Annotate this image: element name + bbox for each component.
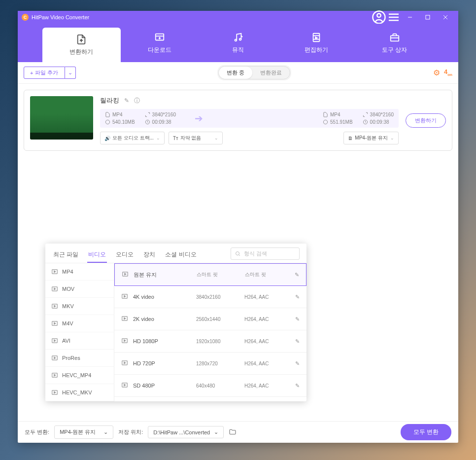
preset-item[interactable]: HD 720P1280x720H264, AAC✎ xyxy=(114,353,306,375)
resolution-icon xyxy=(145,112,150,117)
speed-toggle-icon[interactable]: 4on xyxy=(444,68,452,77)
app-logo-icon: C xyxy=(22,14,29,21)
preset-resolution: 2560x1440 xyxy=(196,317,240,322)
file-icon: 🗎 xyxy=(348,136,353,141)
ptab-device[interactable]: 장치 xyxy=(142,248,156,263)
preset-list[interactable]: 원본 유지스마트 핏스마트 핏✎4K video3840x2160H264, A… xyxy=(114,263,306,401)
save-location-label: 저장 위치: xyxy=(118,428,143,436)
ptab-audio[interactable]: 오디오 xyxy=(115,248,135,263)
svg-rect-16 xyxy=(390,35,399,41)
preset-edit-icon[interactable]: ✎ xyxy=(295,316,300,322)
svg-point-11 xyxy=(235,39,237,41)
preset-item[interactable]: 2K video2560x1440H264, AAC✎ xyxy=(114,308,306,330)
tab-toolbox[interactable]: 도구 상자 xyxy=(355,24,434,62)
format-item-hevc_mp4[interactable]: HEVC_MP4 xyxy=(45,367,114,384)
video-icon xyxy=(121,293,129,301)
video-icon xyxy=(121,337,129,345)
preset-resolution: 3840x2160 xyxy=(196,294,240,300)
chevron-down-icon: ⌄ xyxy=(68,70,72,75)
titlebar: C HitPaw Video Converter xyxy=(18,11,458,24)
preset-edit-icon[interactable]: ✎ xyxy=(295,383,300,389)
seg-done[interactable]: 변환완료 xyxy=(252,67,290,79)
rename-icon[interactable]: ✎ xyxy=(124,97,129,104)
format-item-mov[interactable]: MOV xyxy=(45,281,114,298)
format-item-prores[interactable]: ProRes xyxy=(45,350,114,367)
preset-codec: H264, AAC xyxy=(244,383,291,389)
preset-name: HD 720P xyxy=(133,360,192,366)
preset-item[interactable]: SD 480P640x480H264, AAC✎ xyxy=(114,375,306,397)
edit-icon xyxy=(311,32,322,43)
panel-tabs: 최근 파일 비디오 오디오 장치 소셜 비디오 형식 검색 xyxy=(45,244,306,263)
preset-edit-icon[interactable]: ✎ xyxy=(295,360,300,367)
svg-point-1 xyxy=(377,14,381,18)
output-format-select[interactable]: 🗎MP4-원본 유지⌄ xyxy=(343,132,399,144)
gpu-toggle-icon[interactable]: ⚙ xyxy=(433,68,440,77)
close-button[interactable] xyxy=(437,11,454,24)
open-folder-button[interactable] xyxy=(229,428,237,437)
preset-edit-icon[interactable]: ✎ xyxy=(295,338,300,345)
status-segmented: 변환 중 변환완료 xyxy=(218,66,290,79)
svg-marker-31 xyxy=(54,322,56,324)
video-title: 릴라킹 xyxy=(100,96,119,105)
format-item-m4v[interactable]: M4V xyxy=(45,315,114,332)
menu-icon[interactable] xyxy=(386,11,401,24)
svg-point-20 xyxy=(323,120,327,124)
preset-codec: H264, AAC xyxy=(244,294,291,300)
preset-edit-icon[interactable]: ✎ xyxy=(295,272,299,278)
format-panel: 최근 파일 비디오 오디오 장치 소셜 비디오 형식 검색 MP4MOVMKVM… xyxy=(45,244,306,401)
app-window: C HitPaw Video Converter 변환하기 다운로드 뮤직 편집… xyxy=(18,11,458,443)
seg-converting[interactable]: 변환 중 xyxy=(219,67,252,79)
svg-marker-27 xyxy=(54,288,56,290)
account-icon[interactable] xyxy=(372,11,386,24)
info-icon[interactable]: ⓘ xyxy=(134,97,140,105)
app-title: HitPaw Video Converter xyxy=(32,14,89,20)
format-item-hevc_mkv[interactable]: HEVC_MKV xyxy=(45,384,114,401)
ptab-social[interactable]: 소셜 비디오 xyxy=(164,248,197,263)
file-icon xyxy=(323,112,328,117)
svg-marker-33 xyxy=(54,340,56,342)
preset-resolution: 스마트 핏 xyxy=(197,271,241,278)
subtitle-icon: Tт xyxy=(173,136,178,141)
preset-item[interactable]: 원본 유지스마트 핏스마트 핏✎ xyxy=(114,263,306,286)
convert-all-label: 모두 변환: xyxy=(25,428,49,436)
save-location-select[interactable]: D:\HitPaw ...\Converted⌄ xyxy=(148,426,224,438)
add-file-button[interactable]: +파일 추가 xyxy=(24,67,65,79)
audio-track-select[interactable]: 🔊모든 오디오 트랙...⌄ xyxy=(100,132,165,144)
format-list[interactable]: MP4MOVMKVM4VAVIProResHEVC_MP4HEVC_MKV xyxy=(45,263,114,401)
video-item-card: 릴라킹 ✎ ⓘ MP4 3840*2160 540.10MB 00:09:38 … xyxy=(24,90,452,151)
tab-download[interactable]: 다운로드 xyxy=(121,24,199,62)
preset-item[interactable]: HD 1080P1920x1080H264, AAC✎ xyxy=(114,330,306,353)
format-item-mkv[interactable]: MKV xyxy=(45,298,114,315)
add-file-dropdown[interactable]: ⌄ xyxy=(65,67,76,79)
format-item-avi[interactable]: AVI xyxy=(45,332,114,350)
preset-name: 원본 유지 xyxy=(134,271,193,279)
video-thumbnail[interactable] xyxy=(30,96,93,140)
svg-point-22 xyxy=(236,251,239,255)
preset-codec: 스마트 핏 xyxy=(245,271,291,278)
minimize-button[interactable] xyxy=(401,11,419,24)
preset-codec: H264, AAC xyxy=(244,339,291,344)
conversion-info-row: MP4 3840*2160 540.10MB 00:09:38 ➔ MP4 38… xyxy=(100,109,399,128)
svg-marker-45 xyxy=(124,318,126,319)
subtitle-select[interactable]: Tт자막 없음⌄ xyxy=(169,132,223,144)
tab-edit[interactable]: 편집하기 xyxy=(277,24,355,62)
ptab-recent[interactable]: 최근 파일 xyxy=(52,248,79,263)
preset-name: SD 480P xyxy=(133,383,192,389)
maximize-button[interactable] xyxy=(419,11,437,24)
svg-point-18 xyxy=(105,120,109,124)
svg-marker-41 xyxy=(125,273,126,275)
convert-all-button[interactable]: 모두 변환 xyxy=(401,424,451,440)
download-icon xyxy=(154,32,165,43)
ptab-video[interactable]: 비디오 xyxy=(87,248,107,263)
preset-item[interactable]: 4K video3840x2160H264, AAC✎ xyxy=(114,286,306,308)
format-item-mp4[interactable]: MP4 xyxy=(45,263,114,281)
tab-convert[interactable]: 변환하기 xyxy=(42,28,121,62)
tab-music[interactable]: 뮤직 xyxy=(199,24,277,62)
convert-all-format-select[interactable]: MP4-원본 유지⌄ xyxy=(54,425,113,439)
format-search-input[interactable]: 형식 검색 xyxy=(231,248,300,260)
navbar: 변환하기 다운로드 뮤직 편집하기 도구 상자 xyxy=(18,24,458,62)
preset-name: HD 1080P xyxy=(133,338,192,344)
preset-edit-icon[interactable]: ✎ xyxy=(295,294,300,300)
convert-item-button[interactable]: 변환하기 xyxy=(406,113,446,128)
arrow-right-icon: ➔ xyxy=(195,112,203,124)
